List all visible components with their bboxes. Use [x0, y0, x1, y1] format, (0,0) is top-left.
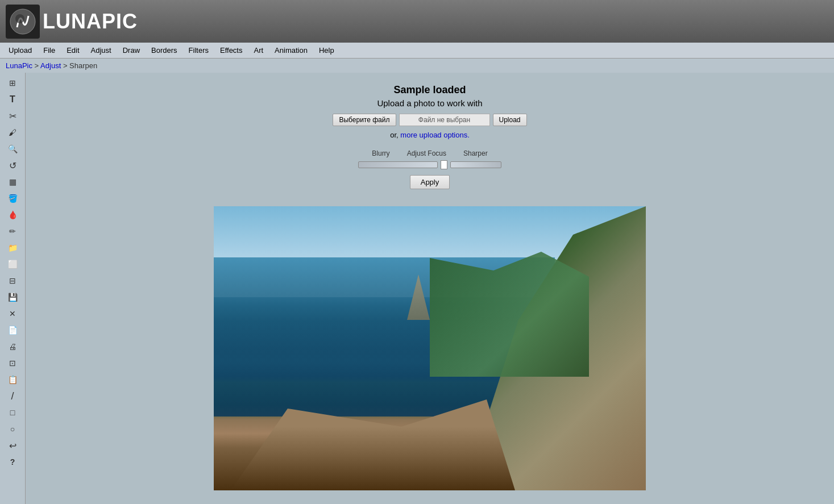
paint-tool[interactable]: 🖌: [4, 125, 21, 140]
menu-adjust[interactable]: Adjust: [85, 44, 117, 56]
label-sharper: Sharper: [463, 149, 488, 157]
breadcrumb-lunapic[interactable]: LunaPic: [6, 61, 32, 70]
label-blurry: Blurry: [372, 149, 389, 157]
label-adjust: Adjust Focus: [407, 149, 446, 157]
folder-tool[interactable]: 📁: [4, 240, 21, 255]
line-tool[interactable]: /: [4, 389, 21, 403]
menu-upload[interactable]: Upload: [3, 44, 38, 56]
upload-options-row: or, more upload options.: [333, 131, 526, 139]
menu-animation[interactable]: Animation: [269, 44, 313, 56]
help-tool[interactable]: ?: [4, 455, 21, 469]
eyedropper-tool[interactable]: 🩸: [4, 207, 21, 222]
close-tool[interactable]: ✕: [4, 306, 21, 321]
rect-tool[interactable]: □: [4, 405, 21, 420]
menu-effects[interactable]: Effects: [214, 44, 248, 56]
text-tool[interactable]: T: [4, 92, 21, 107]
slider-right-track: [450, 161, 501, 168]
slider-thumb[interactable]: [441, 160, 447, 169]
file-name-display: Файл не выбран: [399, 114, 490, 126]
toolbar: ⊞ T ✂ 🖌 🔍 ↺ ▦ 🪣 🩸 ✏ 📁 ⬜ ⊟ 💾 ✕ 📄 🖨 ⊡ 📋 / …: [0, 73, 26, 504]
eraser-tool[interactable]: ⬜: [4, 257, 21, 272]
control-panel: Sample loaded Upload a photo to work wit…: [333, 84, 526, 189]
apply-button[interactable]: Apply: [410, 175, 450, 189]
menu-filters[interactable]: Filters: [183, 44, 214, 56]
slider-left-track: [358, 161, 438, 168]
choose-file-button[interactable]: Выберите файл: [333, 114, 396, 126]
rotate-tool[interactable]: ↺: [4, 158, 21, 173]
logo-container: LUNAPIC: [6, 5, 138, 39]
print-tool[interactable]: 🖨: [4, 339, 21, 354]
slider-row: [358, 160, 501, 169]
logo-icon: [6, 5, 40, 39]
undo-tool[interactable]: ↩: [4, 438, 21, 453]
menu-help[interactable]: Help: [313, 44, 340, 56]
file-upload-row: Выберите файл Файл не выбран Upload: [333, 114, 526, 126]
sample-loaded-title: Sample loaded: [333, 84, 526, 96]
sample-image: [214, 206, 646, 490]
content: Sample loaded Upload a photo to work wit…: [26, 73, 834, 504]
menu-art[interactable]: Art: [248, 44, 269, 56]
upload-prompt: Upload a photo to work with: [333, 98, 526, 108]
ellipse-tool[interactable]: ○: [4, 422, 21, 436]
new-tool[interactable]: 📄: [4, 323, 21, 338]
more-upload-options-link[interactable]: more upload options.: [400, 131, 469, 139]
header: LUNAPIC: [0, 0, 834, 43]
slider-labels: Blurry Adjust Focus Sharper: [372, 149, 487, 157]
breadcrumb: LunaPic > Adjust > Sharpen: [0, 59, 834, 73]
save-tool[interactable]: 💾: [4, 290, 21, 305]
menu-draw[interactable]: Draw: [117, 44, 146, 56]
logo-text: LUNAPIC: [43, 10, 138, 34]
upload-button[interactable]: Upload: [493, 114, 527, 126]
zoom-tool[interactable]: 🔍: [4, 141, 21, 156]
breadcrumb-adjust[interactable]: Adjust: [40, 61, 61, 70]
copy-tool[interactable]: ⊡: [4, 356, 21, 370]
fill-tool[interactable]: 🪣: [4, 191, 21, 206]
main: ⊞ T ✂ 🖌 🔍 ↺ ▦ 🪣 🩸 ✏ 📁 ⬜ ⊟ 💾 ✕ 📄 🖨 ⊡ 📋 / …: [0, 73, 834, 504]
scissors-tool[interactable]: ✂: [4, 109, 21, 123]
image-container: [214, 206, 646, 490]
svg-point-1: [15, 14, 24, 23]
menu-edit[interactable]: Edit: [61, 44, 85, 56]
layers-tool[interactable]: ⊟: [4, 273, 21, 288]
menu-borders[interactable]: Borders: [146, 44, 183, 56]
menubar: Upload File Edit Adjust Draw Borders Fil…: [0, 43, 834, 59]
menu-file[interactable]: File: [38, 44, 61, 56]
grid-tool[interactable]: ▦: [4, 174, 21, 189]
brush-tool[interactable]: ✏: [4, 224, 21, 239]
sharpen-controls: Blurry Adjust Focus Sharper Apply: [333, 149, 526, 189]
breadcrumb-current: Sharpen: [69, 61, 97, 70]
paste-tool[interactable]: 📋: [4, 372, 21, 387]
select-tool[interactable]: ⊞: [4, 76, 21, 90]
